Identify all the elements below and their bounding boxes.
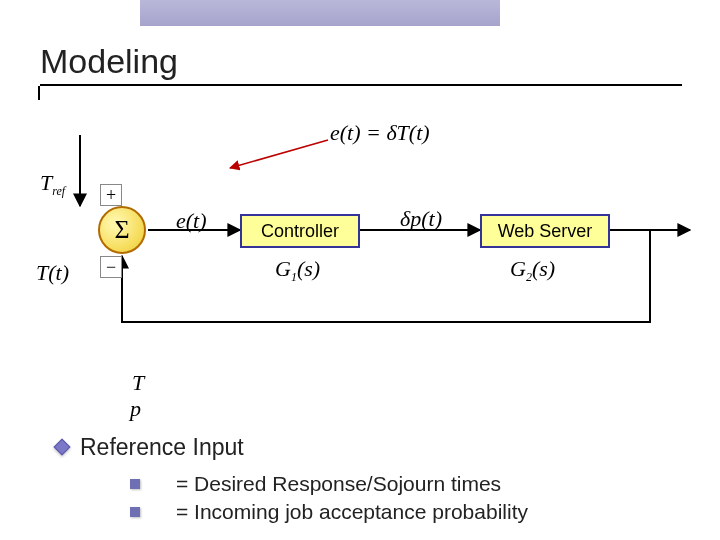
minus-sign-box: − (100, 256, 122, 278)
diamond-bullet-icon (54, 439, 71, 456)
error-label: e(t) (176, 208, 207, 234)
plant-tf-label: G2(s) (510, 256, 555, 285)
svg-line-4 (230, 140, 328, 168)
error-definition-label: e(t) = δT(t) (330, 120, 430, 146)
plant-block: Web Server (480, 214, 610, 248)
controller-block: Controller (240, 214, 360, 248)
ref-input-heading-row: Reference Input (56, 430, 244, 464)
control-signal-label: δp(t) (400, 206, 442, 232)
legend-p: p (130, 396, 141, 422)
tref-label: Tref (40, 170, 65, 199)
controller-tf-label: G1(s) (275, 256, 320, 285)
legend-T: T (132, 370, 144, 396)
list-item: = Desired Response/Sojourn times (130, 472, 528, 496)
plant-label: Web Server (498, 221, 593, 242)
plus-sign-box: + (100, 184, 122, 206)
feedback-T-label: T(t) (36, 260, 69, 286)
ref-input-heading: Reference Input (80, 434, 244, 461)
list-item: = Incoming job acceptance probability (130, 500, 528, 524)
ref-input-subitems: = Desired Response/Sojourn times = Incom… (130, 468, 528, 528)
square-bullet-icon (130, 479, 140, 489)
controller-label: Controller (261, 221, 339, 242)
square-bullet-icon (130, 507, 140, 517)
summing-junction: Σ (98, 206, 146, 254)
sigma-symbol: Σ (114, 215, 129, 245)
